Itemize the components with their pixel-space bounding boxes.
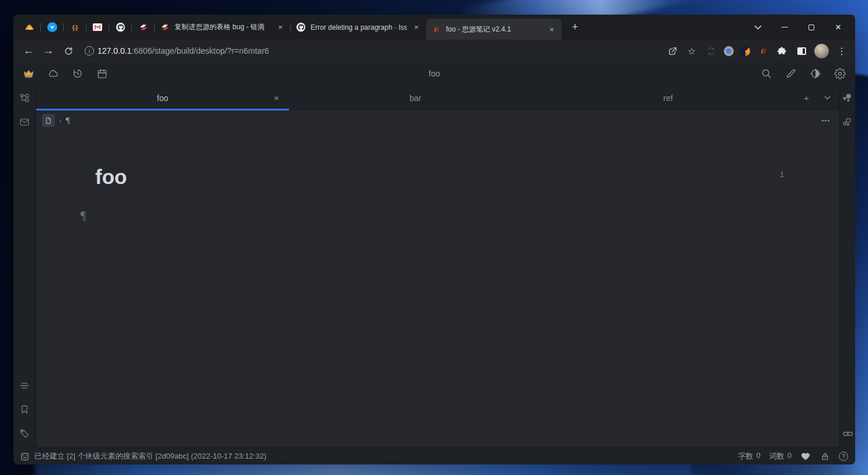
- statusbar: 已经建立 [2] 个块级元素的搜索索引 [2d09abc] (2022-10-1…: [13, 448, 855, 464]
- browser-menu-kebab-icon[interactable]: ⋮: [835, 44, 848, 57]
- graph-icon[interactable]: [841, 91, 855, 105]
- doc-more-button[interactable]: •••: [821, 117, 830, 124]
- bookmark-icon[interactable]: [18, 403, 32, 417]
- tab-title: 复制进思源的表格 bug - 链滴: [175, 22, 271, 32]
- pinned-tab-github[interactable]: [109, 18, 131, 37]
- outline-icon[interactable]: [18, 379, 32, 393]
- tab-close-button[interactable]: ×: [276, 23, 285, 32]
- reload-button[interactable]: [59, 42, 78, 60]
- browser-window: {-}: [13, 15, 855, 464]
- pinned-tab-drive[interactable]: [18, 18, 40, 37]
- readonly-lock-icon[interactable]: [820, 451, 830, 462]
- side-panel-icon[interactable]: [795, 44, 808, 57]
- tab-title: Error deleting a paragraph · Iss: [311, 23, 407, 32]
- dock-right-top: [841, 91, 855, 129]
- github-favicon-icon: [116, 22, 126, 32]
- document-tabbar: foo × bar ref +: [36, 85, 839, 110]
- panel-glyph: [797, 47, 806, 55]
- pinned-tab-gmail[interactable]: [86, 18, 109, 37]
- extension-siyuan-icon[interactable]: [757, 44, 769, 57]
- char-count-value: 0: [757, 451, 761, 462]
- maximize-button[interactable]: [798, 15, 825, 40]
- doc-tab-label: ref: [663, 93, 672, 103]
- maximize-icon: [808, 25, 814, 30]
- editor-area[interactable]: foo ¶ 1: [36, 130, 839, 448]
- toolbar-right-group: [758, 65, 848, 82]
- extension-dot: [726, 48, 731, 54]
- pinned-tab-blue-app[interactable]: [41, 18, 63, 37]
- extension-sync-icon[interactable]: [705, 44, 717, 57]
- word-count-label: 词数: [769, 451, 785, 462]
- doc-tab-close-button[interactable]: ×: [274, 93, 279, 102]
- global-graph-icon[interactable]: [841, 115, 855, 129]
- tab-close-button[interactable]: ×: [547, 25, 556, 34]
- tag-icon[interactable]: [18, 427, 32, 441]
- settings-gear-icon[interactable]: [832, 65, 848, 82]
- search-icon[interactable]: [758, 65, 775, 82]
- tab-close-button[interactable]: ×: [412, 23, 421, 32]
- toolbar-left-group: [20, 65, 110, 82]
- statusbar-right: 字数 0 词数 0: [738, 451, 848, 462]
- cloud-sync-icon[interactable]: [45, 65, 61, 82]
- edit-mode-pencil-icon[interactable]: [783, 65, 799, 82]
- help-icon[interactable]: ?: [839, 452, 848, 461]
- new-doc-tab-button[interactable]: +: [800, 92, 813, 105]
- char-count-label: 字数: [738, 451, 754, 462]
- close-window-button[interactable]: ✕: [825, 15, 852, 40]
- url-path: :6806/stage/build/desktop/?r=n6mtar6: [131, 46, 269, 56]
- tab-search-button[interactable]: [744, 15, 771, 40]
- dock-right: [839, 85, 855, 448]
- index-task-icon: [20, 452, 29, 461]
- panel-slot: [803, 48, 805, 54]
- new-tab-button[interactable]: +: [566, 19, 584, 36]
- bookmark-star-icon[interactable]: ☆: [685, 44, 698, 57]
- dock-left-bottom: [18, 379, 32, 441]
- dock-left: [13, 85, 36, 448]
- inbox-envelope-icon[interactable]: [18, 115, 32, 129]
- theme-appearance-icon[interactable]: [807, 65, 824, 82]
- extension-swirl-icon[interactable]: [740, 46, 750, 56]
- document-title[interactable]: foo: [95, 165, 127, 189]
- sponsor-heart-icon[interactable]: [800, 451, 811, 462]
- daily-note-calendar-icon[interactable]: [94, 65, 110, 82]
- doc-tab-label: foo: [157, 93, 168, 103]
- toolbar-actions: ☆: [666, 44, 849, 58]
- extensions-puzzle-icon[interactable]: [776, 44, 789, 57]
- breadcrumb: › ¶ •••: [36, 110, 839, 130]
- braces-favicon-icon: {-}: [72, 24, 77, 31]
- word-count-value: 0: [787, 451, 792, 462]
- minimize-button[interactable]: [771, 15, 798, 40]
- liandi-favicon-icon: [160, 22, 170, 32]
- empty-paragraph-pilcrow[interactable]: ¶: [81, 209, 86, 223]
- browser-tab-liandi-bug[interactable]: 复制进思源的表格 bug - 链滴 ×: [155, 18, 290, 37]
- breadcrumb-separator: ›: [59, 116, 62, 125]
- liandi-favicon-icon: [138, 22, 148, 32]
- browser-titlebar: {-}: [13, 15, 855, 40]
- breadcrumb-doc-chip[interactable]: [42, 114, 55, 127]
- doc-tab-foo[interactable]: foo ×: [36, 85, 289, 110]
- pinned-tab-liandi[interactable]: [132, 18, 154, 37]
- backlinks-link-icon[interactable]: [841, 427, 855, 441]
- doc-tab-label: bar: [409, 93, 421, 103]
- word-count: 词数 0: [769, 451, 792, 462]
- doc-tab-bar[interactable]: bar: [289, 85, 542, 110]
- extension-circle-icon[interactable]: [724, 46, 734, 56]
- address-bar[interactable]: 127.0.0.1 :6806/stage/build/desktop/?r=n…: [97, 46, 269, 56]
- share-icon[interactable]: [666, 44, 679, 57]
- doc-tab-ref[interactable]: ref: [542, 85, 794, 110]
- workspace-crown-icon[interactable]: [20, 65, 37, 82]
- file-tree-icon[interactable]: [18, 91, 32, 105]
- tab-list-chevron-icon[interactable]: [821, 92, 834, 105]
- blue-circle-favicon-icon: [47, 22, 57, 32]
- back-button[interactable]: ←: [19, 42, 38, 60]
- minimize-icon: [782, 27, 788, 27]
- profile-avatar[interactable]: [814, 44, 829, 58]
- browser-tab-siyuan-active[interactable]: foo - 思源笔记 v2.4.1 ×: [426, 19, 562, 40]
- site-info-icon[interactable]: i: [85, 46, 94, 56]
- pinned-tab-braces[interactable]: {-}: [64, 18, 86, 37]
- forward-button[interactable]: →: [39, 42, 58, 60]
- dock-right-bottom: [841, 427, 855, 441]
- breadcrumb-paragraph-item[interactable]: ¶: [66, 116, 70, 126]
- browser-tab-github-issue[interactable]: Error deleting a paragraph · Iss ×: [291, 18, 426, 37]
- history-icon[interactable]: [69, 65, 86, 82]
